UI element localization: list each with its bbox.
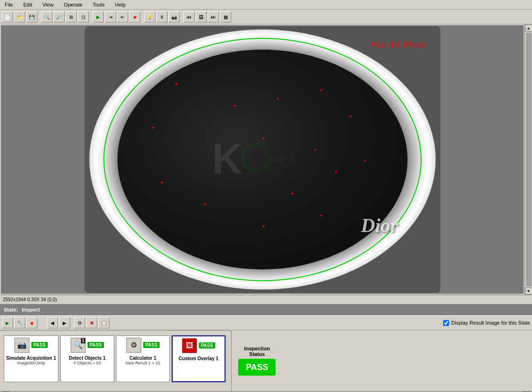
- status-bar: 2592x1944 0.30X 34 (0,0): [0, 295, 532, 304]
- menu-file[interactable]: File: [2, 1, 16, 8]
- menu-help[interactable]: Help: [112, 1, 129, 8]
- state-toolbar: ▶ 🔧 ■ ◀ ▶ ⚙ ✖ 📋 Display Result Image for…: [0, 315, 532, 330]
- open-button[interactable]: 📂: [14, 11, 25, 22]
- frame-back-button[interactable]: ⏮: [183, 11, 195, 22]
- menu-tools[interactable]: Tools: [90, 1, 108, 8]
- scroll-down-arrow[interactable]: ▼: [525, 287, 532, 295]
- stop-button[interactable]: ■: [129, 11, 140, 22]
- main-content: Min:10.00pix Dior K 科易广工 ▲ ▼: [0, 24, 532, 295]
- step-detect-objects[interactable]: 3 🔍 PASS Detect Objects 1 # Objects = 53: [60, 335, 114, 382]
- state-fwd-button[interactable]: ▶: [59, 317, 70, 328]
- display-result-checkbox[interactable]: [443, 320, 449, 326]
- light-button[interactable]: 💡: [144, 11, 155, 22]
- image-button[interactable]: 🖼: [196, 11, 207, 22]
- step-button[interactable]: ⇥: [105, 11, 116, 22]
- inspection-pass-badge: PASS: [238, 359, 276, 376]
- inspection-status-label: InspectionStatus: [244, 346, 270, 357]
- step-simulate-acq[interactable]: 📷 PASS Simulate Acquisition 1 Image000.b…: [4, 335, 58, 382]
- step-back-button[interactable]: ⇤: [117, 11, 128, 22]
- state-value: Inspect: [22, 307, 40, 312]
- steps-section: 📷 PASS Simulate Acquisition 1 Image000.b…: [0, 330, 532, 391]
- zoom-select-button[interactable]: ⊡: [78, 11, 89, 22]
- state-icon-button[interactable]: 🔧: [14, 317, 25, 328]
- simulate-acq-badge: PASS: [31, 342, 48, 348]
- scroll-up-arrow[interactable]: ▲: [525, 24, 532, 32]
- state-configure-button[interactable]: ⚙: [74, 317, 85, 328]
- state-label: State:: [4, 307, 18, 312]
- vertical-scrollbar[interactable]: ▲ ▼: [525, 24, 532, 295]
- calculator-detail: New Result 1 = 10: [125, 361, 160, 365]
- display-result-checkbox-area: Display Result Image for this State: [443, 320, 530, 326]
- calculator-icon: ⚙: [126, 338, 141, 353]
- detect-objects-detail: # Objects = 53: [73, 361, 101, 365]
- new-button[interactable]: 📄: [2, 11, 13, 22]
- inspection-status-panel: InspectionStatus PASS: [231, 330, 283, 391]
- pause-button[interactable]: ⏸: [156, 11, 168, 22]
- detect-objects-badge: PASS: [87, 342, 104, 348]
- camera-button[interactable]: 📷: [168, 11, 180, 22]
- state-delete-button[interactable]: ✖: [86, 317, 97, 328]
- custom-overlay-icon: 🖼: [182, 338, 197, 353]
- state-stop-button[interactable]: ■: [26, 317, 37, 328]
- menu-edit[interactable]: Edit: [21, 1, 35, 8]
- state-back-button[interactable]: ◀: [47, 317, 58, 328]
- calculator-badge: PASS: [143, 342, 160, 348]
- lens-display: Min:10.00pix Dior K 科易广工: [85, 26, 440, 293]
- multi-button[interactable]: ▦: [220, 11, 231, 22]
- image-info-label: 2592x1944 0.30X 34 (0,0): [3, 297, 57, 302]
- zoom-fit-button[interactable]: ⊞: [66, 11, 77, 22]
- min-value-label: Min:10.00pix: [372, 40, 426, 49]
- play-forward-button[interactable]: ▶: [93, 11, 104, 22]
- svg-text:K: K: [212, 136, 242, 182]
- state-copy-button[interactable]: 📋: [98, 317, 109, 328]
- step-calculator[interactable]: ⚙ PASS Calculator 1 New Result 1 = 10: [116, 335, 170, 382]
- simulate-acq-detail: Image000.bmp: [17, 361, 45, 365]
- menu-operate[interactable]: Operate: [61, 1, 85, 8]
- zoom-out-button[interactable]: 🔎: [53, 11, 65, 22]
- state-play-button[interactable]: ▶: [2, 317, 13, 328]
- image-view: Min:10.00pix Dior K 科易广工: [1, 25, 524, 294]
- display-result-label: Display Result Image for this State: [451, 320, 530, 326]
- calculator-title: Calculator 1: [130, 356, 156, 361]
- main-toolbar: 📄 📂 💾 🔍 🔎 ⊞ ⊡ ▶ ⇥ ⇤ ■ 💡 ⏸ 📷 ⏮ 🖼 ⏭ ▦: [0, 10, 532, 24]
- state-header: State: Inspect: [0, 304, 532, 315]
- frame-fwd-button[interactable]: ⏭: [208, 11, 219, 22]
- steps-panel: 📷 PASS Simulate Acquisition 1 Image000.b…: [0, 330, 231, 386]
- simulate-acq-title: Simulate Acquisition 1: [6, 356, 56, 361]
- custom-overlay-title: Custom Overlay 1: [179, 356, 219, 361]
- kq-watermark: K 科易广工: [212, 136, 296, 183]
- simulate-acq-icon: 📷: [15, 338, 29, 353]
- detect-objects-title: Detect Objects 1: [69, 356, 105, 361]
- dior-watermark: Dior: [361, 214, 398, 237]
- save-button[interactable]: 💾: [26, 11, 37, 22]
- step-custom-overlay[interactable]: 🖼 PASS Custom Overlay 1: [172, 335, 226, 382]
- custom-overlay-badge: PASS: [199, 342, 215, 348]
- menu-view[interactable]: View: [40, 1, 57, 8]
- menu-bar: File Edit View Operate Tools Help: [0, 0, 532, 10]
- zoom-in-button[interactable]: 🔍: [41, 11, 52, 22]
- detect-objects-icon: 3 🔍: [71, 338, 86, 353]
